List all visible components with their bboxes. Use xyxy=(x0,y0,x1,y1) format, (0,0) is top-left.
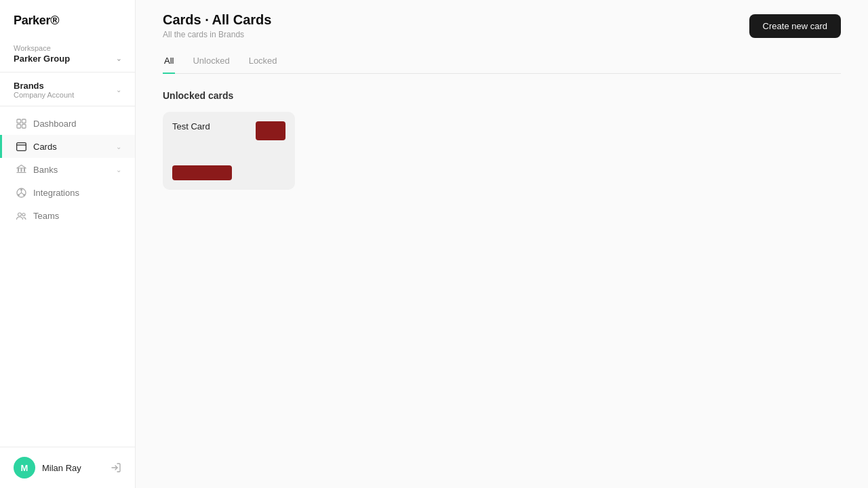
sidebar-item-integrations[interactable]: Integrations xyxy=(0,181,135,204)
logout-icon[interactable] xyxy=(111,462,121,473)
cards-chevron-icon: ⌄ xyxy=(116,143,121,150)
svg-rect-8 xyxy=(20,168,22,172)
integrations-label: Integrations xyxy=(33,188,79,198)
sidebar-item-banks[interactable]: Banks ⌄ xyxy=(0,158,135,181)
cards-grid: Test Card xyxy=(163,112,841,190)
page-subtitle: All the cards in Brands xyxy=(163,30,271,39)
workspace-chevron-icon: ⌄ xyxy=(116,55,121,62)
page-title: Cards · All Cards xyxy=(163,12,271,28)
svg-line-16 xyxy=(21,192,23,194)
svg-point-13 xyxy=(23,194,25,196)
svg-rect-7 xyxy=(18,168,19,172)
brands-title: Brands xyxy=(14,81,74,91)
svg-line-17 xyxy=(19,192,21,194)
svg-rect-1 xyxy=(22,119,26,123)
main-content: Cards · All Cards All the cards in Brand… xyxy=(136,0,868,488)
brands-chevron-icon: ⌄ xyxy=(116,86,121,94)
card-item[interactable]: Test Card xyxy=(163,112,295,190)
sidebar-footer: M Milan Ray xyxy=(0,447,135,488)
create-new-card-button[interactable]: Create new card xyxy=(749,14,841,38)
sidebar-item-dashboard[interactable]: Dashboard xyxy=(0,112,135,135)
tab-locked[interactable]: Locked xyxy=(248,49,279,74)
teams-icon xyxy=(16,210,26,221)
workspace-label: Workspace xyxy=(14,44,121,52)
svg-marker-6 xyxy=(17,165,26,169)
workspace-name[interactable]: Parker Group ⌄ xyxy=(14,54,121,64)
user-info: M Milan Ray xyxy=(14,457,81,479)
sidebar-item-teams[interactable]: Teams xyxy=(0,204,135,227)
content-area: All Unlocked Locked Unlocked cards Test … xyxy=(136,49,868,488)
card-logo xyxy=(256,121,285,140)
svg-rect-9 xyxy=(24,168,25,172)
cards-label: Cards xyxy=(33,142,57,152)
cards-icon xyxy=(16,141,26,152)
avatar: M xyxy=(14,457,35,479)
dashboard-label: Dashboard xyxy=(33,119,77,129)
sidebar: Parker® Workspace Parker Group ⌄ Brands … xyxy=(0,0,136,488)
svg-point-19 xyxy=(22,213,25,216)
banks-chevron-icon: ⌄ xyxy=(116,166,121,174)
svg-rect-2 xyxy=(17,124,21,128)
tab-all[interactable]: All xyxy=(163,49,175,74)
unlocked-cards-title: Unlocked cards xyxy=(163,90,841,101)
svg-rect-0 xyxy=(17,119,21,123)
page-header: Cards · All Cards All the cards in Brand… xyxy=(136,0,868,49)
user-name: Milan Ray xyxy=(42,463,81,473)
banks-label: Banks xyxy=(33,165,58,175)
app-logo: Parker® xyxy=(0,0,135,39)
sidebar-nav: Dashboard Cards ⌄ B xyxy=(0,106,135,447)
tabs-bar: All Unlocked Locked xyxy=(163,49,841,74)
card-number-bar xyxy=(172,165,232,180)
brands-subtitle: Company Account xyxy=(14,91,74,99)
svg-point-14 xyxy=(18,194,20,196)
dashboard-icon xyxy=(16,118,26,129)
workspace-section: Workspace Parker Group ⌄ xyxy=(0,39,135,73)
sidebar-item-cards[interactable]: Cards ⌄ xyxy=(0,135,135,158)
svg-point-18 xyxy=(18,213,21,216)
svg-point-12 xyxy=(20,188,22,190)
integrations-icon xyxy=(16,187,26,198)
banks-icon xyxy=(16,164,26,175)
svg-rect-3 xyxy=(22,124,26,128)
card-name: Test Card xyxy=(172,121,210,131)
brands-section[interactable]: Brands Company Account ⌄ xyxy=(0,73,135,106)
teams-label: Teams xyxy=(33,211,59,221)
svg-rect-4 xyxy=(16,142,26,150)
tab-unlocked[interactable]: Unlocked xyxy=(191,49,231,74)
